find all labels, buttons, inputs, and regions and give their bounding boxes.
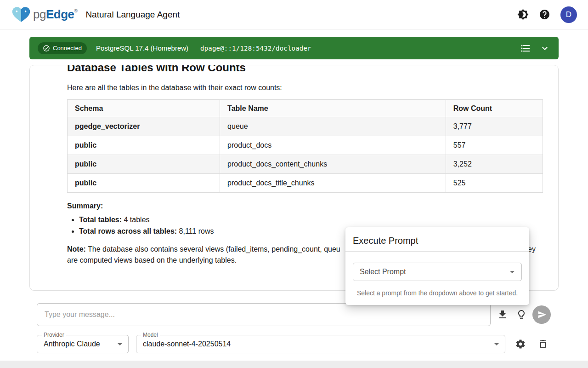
select-prompt-value: Select Prompt [360,268,507,276]
user-avatar[interactable]: D [560,6,577,23]
server-version-label: PostgreSQL 17.4 (Homebrew) [96,44,188,52]
table-row: public product_docs_content_chunks 3,252 [68,155,543,174]
row-count-cell: 525 [446,174,543,193]
column-header-table-name: Table Name [220,100,446,117]
column-header-schema: Schema [68,100,220,117]
dark-mode-toggle-icon[interactable] [517,9,529,20]
result-heading: Database Tables with Row Counts [67,65,543,74]
select-prompt-dropdown[interactable]: Select Prompt [353,263,522,281]
row-count-cell: 3,777 [446,117,543,136]
table-row: pgedge_vectorizer queue 3,777 [68,117,543,136]
pgedge-logo-icon [11,6,31,23]
bottom-strip [0,361,588,368]
download-icon[interactable] [497,309,508,320]
select-prompt-helper-text: Select a prompt from the dropdown above … [345,289,529,297]
provider-label: Provider [42,332,66,338]
app-header: pgEdge® Natural Language Agent D [0,0,588,29]
send-icon [537,310,547,319]
table-row: public product_docs 557 [68,136,543,155]
header-actions: D [517,6,577,23]
send-button[interactable] [532,305,551,324]
list-item: Total tables: 4 tables [79,216,543,224]
summary-label: Summary: [67,202,543,210]
table-name-cell: product_docs_title_chunks [220,174,446,193]
schema-cell: public [68,136,220,155]
connection-bar: Connected PostgreSQL 17.4 (Homebrew) dpa… [29,37,559,59]
check-circle-icon [43,45,50,52]
connected-status-badge: Connected [38,42,87,54]
schema-cell: pgedge_vectorizer [68,117,220,136]
db-tables-table: Schema Table Name Row Count pgedge_vecto… [67,99,543,193]
schema-cell: public [68,155,220,174]
schema-cell: public [68,174,220,193]
result-intro: Here are all the tables in the database … [67,84,543,92]
page-title: Natural Language Agent [85,10,180,20]
provider-value: Anthropic Claude [44,340,114,348]
provider-select[interactable]: Provider Anthropic Claude [37,335,129,353]
execute-prompt-title: Execute Prompt [345,227,529,251]
lightbulb-icon[interactable] [516,309,527,320]
dropdown-arrow-icon [507,266,518,277]
trash-icon[interactable] [537,339,548,350]
table-name-cell: queue [220,117,446,136]
table-name-cell: product_docs_content_chunks [220,155,446,174]
pgedge-logo: pgEdge® [11,6,77,23]
table-name-cell: product_docs [220,136,446,155]
connected-status-label: Connected [53,45,82,52]
table-header-row: Schema Table Name Row Count [68,100,543,117]
chevron-down-icon[interactable] [539,43,550,54]
divider [345,251,529,252]
page: pgEdge® Natural Language Agent D Connect… [0,0,588,368]
note-text-start: The database also contains several views… [86,244,340,255]
execute-prompt-panel: Execute Prompt Select Prompt Select a pr… [345,227,529,305]
row-count-cell: 557 [446,136,543,155]
column-header-row-count: Row Count [446,100,543,117]
note-label: Note: [67,244,86,255]
gear-icon[interactable] [515,339,526,350]
list-icon[interactable] [520,43,531,54]
dropdown-arrow-icon [491,339,502,350]
row-count-cell: 3,252 [446,155,543,174]
help-icon[interactable] [539,9,550,20]
model-value: claude-sonnet-4-20250514 [143,340,491,348]
model-select[interactable]: Model claude-sonnet-4-20250514 [136,335,505,353]
model-label: Model [141,332,160,338]
dropdown-arrow-icon [114,339,125,350]
table-row: public product_docs_title_chunks 525 [68,174,543,193]
message-input[interactable] [37,303,491,326]
connection-string: dpage@::1/128:5432/docloader [200,45,311,52]
brand-text: pgEdge® [33,7,77,22]
connection-bar-actions [520,43,550,54]
